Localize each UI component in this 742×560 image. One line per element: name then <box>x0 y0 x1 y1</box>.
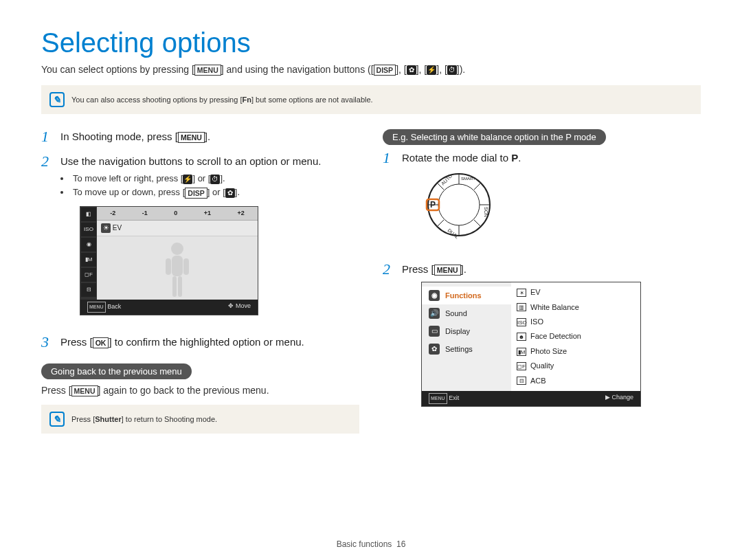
page-footer: Basic functions 16 <box>0 539 742 549</box>
flower-icon: ✿ <box>407 65 416 75</box>
going-back-text: Press [MENU] again to go back to the pre… <box>41 385 359 396</box>
menu-option-wb: ▥White Balance <box>517 300 635 315</box>
note-box-2: ✎ Press [Shutter] to return to Shooting … <box>41 405 359 434</box>
menu-option-iso: ISOISO <box>517 315 635 329</box>
sidebar-icon: ◻F <box>81 268 96 282</box>
right-column: E.g. Selecting a white balance option in… <box>383 129 701 449</box>
sidebar-icon: ◧ <box>81 208 96 221</box>
left-step-2: Use the navigation buttons to scroll to … <box>60 154 321 168</box>
menu-option-quality: ◻FQuality <box>517 359 635 373</box>
going-back-pill: Going back to the previous menu <box>41 363 192 379</box>
lcd-footer-exit: Exit <box>449 394 459 401</box>
svg-rect-1 <box>172 256 183 276</box>
left-step-3: Press [OK] to confirm the highlighted op… <box>60 335 304 349</box>
lcd-footer-move: Move <box>236 302 251 309</box>
timer-icon: ⏱ <box>447 65 457 75</box>
intro-text: You can select options by pressing [MENU… <box>41 64 701 76</box>
note-box-1: ✎ You can also access shooting options b… <box>41 85 701 114</box>
mode-dial: P AUTO SMART SCN DUAL <box>421 170 521 243</box>
svg-rect-2 <box>166 258 171 275</box>
shutter-button-label: Shutter <box>95 415 122 423</box>
lcd-screenshot-right: ◉ Functions 🔊 Sound ▭ Display <box>421 282 641 407</box>
note-icon: ✎ <box>49 92 65 107</box>
menu-option-photo: ▮MPhoto Size <box>517 344 635 359</box>
menu-button-label: MENU <box>434 265 461 276</box>
menu-option-face: ☻Face Detection <box>517 329 635 344</box>
flower-icon: ✿ <box>225 188 235 198</box>
menu-button-label: MENU <box>71 385 98 396</box>
menu-item-functions: ◉ Functions <box>422 287 511 304</box>
display-icon: ▭ <box>429 326 440 337</box>
ok-button-label: OK <box>93 337 109 348</box>
left-column: In Shooting mode, press [MENU]. Use the … <box>41 129 359 449</box>
svg-text:SCN: SCN <box>484 207 488 217</box>
note-icon: ✎ <box>49 412 65 427</box>
right-step-1: Rotate the mode dial to P. <box>402 150 521 252</box>
sidebar-icon: ▮M <box>81 253 96 267</box>
svg-rect-3 <box>183 258 189 275</box>
sidebar-icon: ISO <box>81 223 96 236</box>
page-title: Selecting options <box>41 27 701 58</box>
sidebar-icon: ◉ <box>81 238 96 251</box>
p-mode-label: P <box>511 152 518 164</box>
timer-icon: ⏱ <box>210 175 220 184</box>
menu-item-settings: ✿ Settings <box>422 340 511 358</box>
lcd-footer-change: Change <box>611 394 633 401</box>
flash-icon: ⚡ <box>427 65 436 75</box>
lcd-footer-back: Back <box>107 303 121 310</box>
gear-icon: ✿ <box>429 344 440 355</box>
svg-text:SMART: SMART <box>461 177 475 181</box>
svg-rect-5 <box>178 276 182 297</box>
ev-scale: -2 -1 0 +1 +2 <box>97 207 258 221</box>
svg-rect-4 <box>172 276 177 297</box>
right-step-2: Press [MENU]. ◉ Functions 🔊 Sound <box>402 262 641 407</box>
svg-text:P: P <box>430 200 436 210</box>
substep-up-down: To move up or down, press [DISP] or [✿]. <box>60 186 321 199</box>
fn-button-label: Fn <box>242 96 251 104</box>
ev-label: EV <box>113 224 122 232</box>
disp-button-label: DISP <box>185 188 207 199</box>
substep-left-right: To move left or right, press [⚡] or [⏱]. <box>60 172 321 185</box>
disp-button-label: DISP <box>374 65 396 76</box>
camera-icon: ◉ <box>429 290 440 301</box>
left-step-1: In Shooting mode, press [MENU]. <box>60 129 210 144</box>
menu-option-acb: ⊟ACB <box>517 374 635 388</box>
sidebar-icon: ⊟ <box>81 283 96 297</box>
menu-button-label: MENU <box>178 132 205 143</box>
flash-icon: ⚡ <box>183 175 192 184</box>
menu-item-display: ▭ Display <box>422 322 511 340</box>
lcd-screenshot-left: ◧ ISO ◉ ▮M ◻F ⊟ -2 -1 <box>80 206 258 315</box>
person-silhouette <box>97 236 258 300</box>
svg-point-7 <box>438 184 480 225</box>
svg-point-0 <box>171 243 183 255</box>
example-pill: E.g. Selecting a white balance option in… <box>383 129 606 145</box>
menu-option-ev: ☀EV <box>517 285 635 300</box>
menu-button-label: MENU <box>194 65 221 76</box>
menu-item-sound: 🔊 Sound <box>422 304 511 322</box>
sound-icon: 🔊 <box>429 308 440 319</box>
